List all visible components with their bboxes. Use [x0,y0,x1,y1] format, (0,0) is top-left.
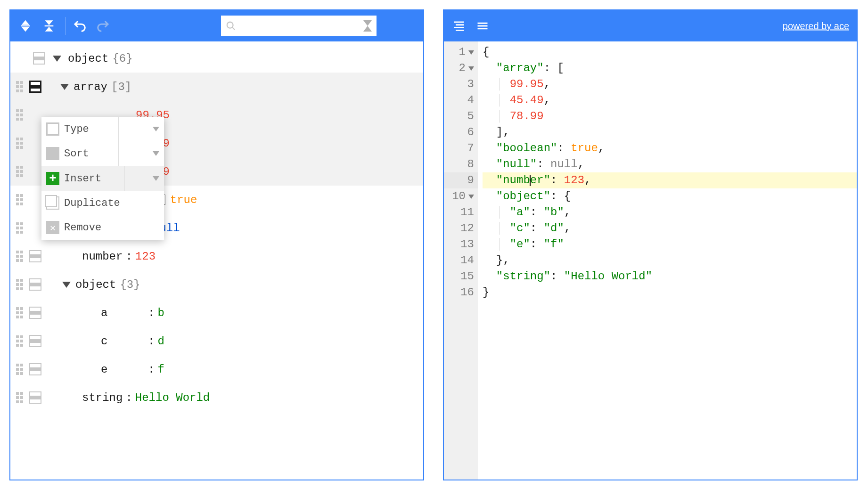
node-value[interactable]: 123 [135,250,156,263]
collapse-all-button[interactable] [40,16,58,35]
powered-by-link[interactable]: powered by ace [783,21,849,32]
drag-handle-icon[interactable] [14,136,26,151]
fold-icon[interactable] [468,66,474,71]
tree-row-number[interactable]: number : 123 [10,242,423,270]
node-key[interactable]: e [101,363,145,376]
menu-insert[interactable]: + Insert [41,166,164,191]
menu-duplicate[interactable]: Duplicate [41,191,164,215]
colon: : [148,363,155,376]
node-count: {6} [112,52,132,65]
drag-handle-icon[interactable] [14,220,26,236]
node-key[interactable]: a [101,307,145,319]
node-icon[interactable] [29,335,41,347]
search-nav[interactable] [363,20,372,32]
fold-icon[interactable] [468,195,474,199]
line-number: 6 [467,124,474,140]
code-line: "null": null, [483,156,857,172]
node-value[interactable]: f [157,363,164,376]
expand-all-button[interactable] [16,16,35,35]
colon: : [148,335,155,348]
chevron-up-icon [363,26,372,32]
line-number: 3 [467,76,474,92]
tree-row-array[interactable]: array [3] [10,73,423,101]
fold-icon[interactable] [468,50,474,55]
node-icon[interactable] [29,391,41,404]
tree-row-pair[interactable]: a : b [10,299,423,327]
code-line: │ "e": "f" [483,236,857,252]
menu-label: Insert [64,173,101,185]
tree-row-object[interactable]: object {3} [10,270,423,299]
tree-row-root[interactable]: object {6} [10,44,423,73]
node-icon[interactable] [29,278,41,291]
code-line: │ 45.49, [483,92,857,108]
drag-handle-icon[interactable] [14,107,26,122]
code-line: │ "a": "b", [483,204,857,220]
node-icon[interactable] [29,363,41,375]
node-icon[interactable] [29,250,41,262]
menu-label: Sort [64,148,89,160]
tree-body: object {6} array [3] 99.95 45.49 78.99 [10,41,423,480]
line-number: 9 [467,172,474,188]
tree-row-pair[interactable]: e : f [10,355,423,383]
node-value[interactable]: d [157,335,164,348]
redo-button[interactable] [94,16,113,35]
caret-down-icon[interactable] [62,282,71,288]
node-count: [3] [111,81,131,93]
line-number: 11 [460,204,474,220]
drag-handle-icon[interactable] [14,277,26,292]
node-key[interactable]: object [75,278,116,291]
drag-handle-icon[interactable] [14,390,26,405]
search-icon [226,21,236,31]
text-cursor [530,175,531,186]
node-icon[interactable] [29,307,41,319]
tree-row-pair[interactable]: c : d [10,327,423,355]
search-box[interactable] [221,16,377,36]
caret-down-icon[interactable] [60,84,69,90]
code-line: ], [483,124,857,140]
node-key[interactable]: c [101,335,145,348]
node-value[interactable]: b [157,307,164,319]
code-toolbar: powered by ace [444,10,857,41]
code-line: │ "c": "d", [483,220,857,236]
drag-handle-icon[interactable] [14,333,26,349]
toolbar-separator [65,17,66,35]
svg-line-1 [232,27,235,30]
code-line: │ 99.95, [483,76,857,92]
drag-handle-icon[interactable] [14,362,26,377]
drag-handle-icon[interactable] [14,249,26,264]
menu-label: Type [64,123,89,135]
code-line: "array": [ [483,60,857,76]
compact-button[interactable] [473,16,492,35]
node-value[interactable]: Hello World [135,391,210,404]
drag-handle-icon[interactable] [14,192,26,207]
format-button[interactable] [450,16,468,35]
menu-sort[interactable]: Sort [41,141,164,166]
type-icon [46,122,59,136]
line-number: 13 [460,236,474,252]
menu-type[interactable]: Type [41,117,164,141]
drag-handle-icon[interactable] [14,305,26,320]
code-line: } [483,285,857,301]
code-lines[interactable]: { "array": [ │ 99.95, │ 45.49, │ 78.99 ]… [478,41,857,480]
line-number: 10 [452,188,466,204]
drag-handle-icon[interactable] [14,79,26,94]
search-input[interactable] [240,21,363,32]
menu-remove[interactable]: ✕ Remove [41,215,164,240]
sort-icon [46,147,59,160]
line-number: 12 [460,220,474,236]
code-line: "boolean": true, [483,140,857,156]
node-key[interactable]: string [82,391,123,404]
caret-down-icon[interactable] [53,56,61,62]
node-key[interactable]: number [82,250,123,263]
code-body[interactable]: 1 2 3 4 5 6 7 8 9 10 11 12 13 14 15 16 {… [444,41,857,480]
drag-handle-icon[interactable] [14,164,26,179]
node-icon[interactable] [33,52,45,65]
code-line: "string": "Hello World" [483,268,857,285]
line-number: 14 [460,252,474,268]
colon: : [148,307,155,319]
node-icon[interactable] [29,81,41,93]
tree-row-string[interactable]: string : Hello World [10,383,423,412]
colon: : [125,391,132,404]
node-value[interactable]: true [170,194,197,206]
undo-button[interactable] [70,16,89,35]
